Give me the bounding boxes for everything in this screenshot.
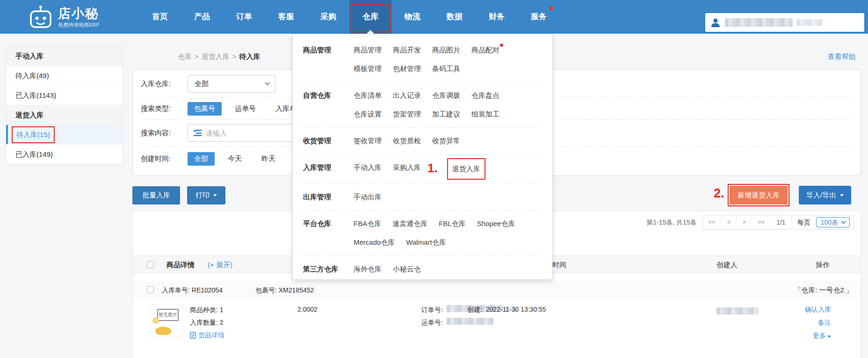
- page-first-button[interactable]: <<: [703, 215, 721, 229]
- nav-item-logistics[interactable]: 物流: [391, 0, 434, 34]
- created-time-today[interactable]: 今天: [221, 152, 248, 166]
- menu-item-overseas-warehouse[interactable]: 海外仓库: [354, 260, 382, 278]
- dropdown-pointer-icon: [369, 34, 377, 34]
- divider: [302, 82, 543, 82]
- logo-text: 店小秘 免费跨境电商ERP: [58, 7, 100, 29]
- row-checkbox[interactable]: [147, 286, 154, 293]
- menu-item-shelf-mgmt[interactable]: 货架管理: [393, 105, 421, 124]
- page-size-select[interactable]: 100条: [816, 217, 850, 227]
- dropdown-section-inbound: 入库管理 手动入库 采购入库 1. 退货入库: [293, 158, 552, 180]
- menu-item-barcode-tools[interactable]: 条码工具: [432, 59, 460, 78]
- sidebar-item-pending-inbound-15[interactable]: 待入库(15): [6, 125, 123, 145]
- menu-item-packaging-mgmt[interactable]: 包材管理: [393, 59, 421, 78]
- add-return-inbound-button[interactable]: 新增退货入库: [730, 186, 788, 205]
- menu-item-template-mgmt[interactable]: 模板管理: [354, 59, 382, 78]
- menu-item-sign-mgmt[interactable]: 签收管理: [354, 132, 382, 150]
- menu-item-warehouse-settings[interactable]: 仓库设置: [354, 105, 382, 124]
- menu-item-processing-advice[interactable]: 加工建议: [432, 105, 460, 124]
- view-help-link[interactable]: 查看帮助: [828, 52, 856, 61]
- divider: [302, 256, 543, 256]
- menu-item-warehouse-transfer[interactable]: 仓库调拨: [432, 86, 460, 105]
- menu-item-receiving-exception[interactable]: 收货异常: [432, 132, 460, 150]
- divider: [302, 127, 543, 128]
- menu-item-aliexpress-warehouse[interactable]: 速卖通仓库: [392, 214, 427, 233]
- confirm-inbound-link[interactable]: 确认入库: [805, 303, 831, 316]
- menu-item-product-pairing[interactable]: 商品配对: [471, 41, 499, 59]
- sidebar-item-done-inbound-149[interactable]: 已入库(149): [6, 145, 123, 164]
- username-blurred: [725, 18, 793, 27]
- menu-item-xiaomi-cloud-warehouse[interactable]: 小秘云仓: [393, 260, 421, 278]
- page-prev-button[interactable]: <: [721, 215, 737, 229]
- menu-item-mercado-warehouse[interactable]: Mercado仓库: [354, 233, 395, 252]
- menu-item-stocktaking[interactable]: 仓库盘点: [471, 86, 499, 105]
- menu-item-assembly-processing[interactable]: 组装加工: [471, 105, 499, 124]
- sidebar-group-return-inbound: 退货入库: [6, 105, 123, 125]
- breadcrumb-return-inbound[interactable]: 退货入库: [202, 52, 230, 60]
- order-group-row: 入库单号: RE102054 包裹号: XM2185452 「仓库: 一号仓2 …: [133, 281, 861, 299]
- nav-item-warehouse[interactable]: 仓库: [349, 0, 391, 34]
- nav-item-support[interactable]: 客服: [265, 0, 307, 34]
- import-export-button[interactable]: 导入/导出: [799, 186, 851, 205]
- dropdown-section-receiving: 收货管理 签收管理 收货质检 收货异常: [293, 132, 552, 150]
- menu-item-fba-warehouse[interactable]: FBA仓库: [354, 214, 381, 233]
- menu-item-manual-outbound[interactable]: 手动出库: [354, 188, 382, 206]
- caret-down-icon: [213, 194, 217, 197]
- sidebar-item-pending-inbound-49[interactable]: 待入库(49): [6, 66, 123, 86]
- dropdown-section-product-mgmt: 商品管理 商品管理 商品开发 商品图片 商品配对 模板管理 包材管理 条码工具: [293, 41, 552, 78]
- nav-item-data[interactable]: 数据: [434, 0, 476, 34]
- expand-all-link[interactable]: (+ 展开): [208, 256, 232, 274]
- breadcrumb-warehouse[interactable]: 仓库: [178, 52, 192, 60]
- user-account-box[interactable]: [705, 13, 864, 32]
- new-feature-dot: [500, 44, 503, 47]
- page-last-button[interactable]: >>: [752, 215, 770, 229]
- nav-item-homepage[interactable]: 首页: [139, 0, 181, 34]
- nav-item-purchase[interactable]: 采购: [307, 0, 349, 34]
- menu-item-purchase-inbound[interactable]: 采购入库: [393, 158, 421, 180]
- page-next-button[interactable]: >: [736, 215, 752, 229]
- menu-item-shopee-warehouse[interactable]: Shopee仓库: [477, 214, 515, 233]
- menu-item-fbl-warehouse[interactable]: FBL仓库: [439, 214, 466, 233]
- sidebar-item-done-inbound-1143[interactable]: 已入库(1143): [6, 86, 123, 105]
- remark-link[interactable]: 备注: [805, 316, 831, 329]
- print-button[interactable]: 打印: [187, 186, 225, 205]
- batch-inbound-button[interactable]: 批量入库: [132, 186, 180, 205]
- nav-item-finance[interactable]: 财务: [476, 0, 518, 34]
- chevron-down-icon: [841, 219, 846, 224]
- menu-item-receiving-qc[interactable]: 收货质检: [393, 132, 421, 150]
- robot-logo-icon: [28, 5, 53, 30]
- amount-value: 2.0002: [297, 306, 318, 313]
- more-link[interactable]: 更多: [805, 329, 831, 342]
- menu-item-warehouse-list[interactable]: 仓库清单: [354, 86, 382, 105]
- created-time-all[interactable]: 全部: [188, 152, 215, 166]
- menu-item-product-mgmt[interactable]: 商品管理: [354, 41, 382, 59]
- search-type-package-no[interactable]: 包裹号: [188, 102, 222, 116]
- top-navbar: 店小秘 免费跨境电商ERP 首页 产品 订单 客服 采购 仓库 物流 数据 财务…: [0, 0, 868, 34]
- product-row: 暂无图片 商品种类: 1 入库数量: 2 货品详情 2.0002: [133, 299, 861, 358]
- goods-detail-link[interactable]: 货品详情: [190, 329, 224, 342]
- divider: [302, 210, 543, 211]
- notification-dot: [549, 6, 553, 10]
- menu-item-inout-records[interactable]: 出入记录: [393, 86, 421, 105]
- nav-item-services[interactable]: 服务: [518, 0, 560, 34]
- breadcrumb-separator: >: [232, 52, 237, 60]
- dropdown-section-platform-warehouse: 平台仓库 FBA仓库 速卖通仓库 FBL仓库 Shopee仓库 Mercado仓…: [293, 214, 552, 252]
- warehouse-select[interactable]: 全部: [188, 75, 275, 93]
- divider: [302, 183, 543, 184]
- pagination-info: 第1-15条, 共15条: [646, 215, 696, 230]
- menu-item-manual-inbound[interactable]: 手动入库: [354, 158, 382, 180]
- tutorial-highlight-frame-add-button: 新增退货入库: [728, 184, 789, 206]
- user-icon: [710, 17, 721, 28]
- mascot-base: [155, 327, 171, 335]
- menu-item-product-images[interactable]: 商品图片: [432, 41, 460, 59]
- app-logo[interactable]: 店小秘 免费跨境电商ERP: [28, 5, 100, 30]
- search-type-tracking-no[interactable]: 运单号: [228, 102, 262, 116]
- nav-item-orders[interactable]: 订单: [223, 0, 265, 34]
- no-image-placeholder: 暂无图片: [150, 305, 183, 337]
- chevron-down-icon: [265, 80, 270, 85]
- menu-item-product-dev[interactable]: 商品开发: [393, 41, 421, 59]
- nav-item-products[interactable]: 产品: [181, 0, 223, 34]
- select-all-checkbox[interactable]: [147, 261, 154, 268]
- created-time-yesterday[interactable]: 昨天: [255, 152, 282, 166]
- menu-item-walmart-warehouse[interactable]: Walmart仓库: [406, 233, 446, 252]
- menu-item-return-inbound[interactable]: 退货入库: [447, 158, 485, 180]
